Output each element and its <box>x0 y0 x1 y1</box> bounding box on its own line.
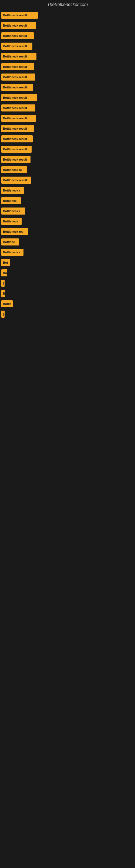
site-title: TheBottlenecker.com <box>0 0 135 8</box>
bar-row: Bottleneck r <box>1 207 135 215</box>
bar-label: Bottleneck result <box>3 86 27 89</box>
bottleneck-bar: Bottleneck result <box>1 63 34 70</box>
bar-label: Bottleneck result <box>3 13 27 17</box>
bar-row: Bottleneck result <box>1 114 135 123</box>
bar-row: Bot <box>1 258 135 267</box>
bottleneck-bar: Bottleneck result <box>1 135 33 143</box>
bar-label: Bottleneck result <box>3 44 27 48</box>
bar-row: Bottleneck r <box>1 186 135 195</box>
bar-label: Bottleneck re <box>3 168 22 172</box>
bar-label: Bottleneck result <box>3 179 27 182</box>
bar-row: B <box>1 289 135 298</box>
bar-label: Bottleneck r <box>3 251 20 254</box>
bottleneck-bar: | <box>1 311 5 318</box>
bottleneck-bar: Bottleneck r <box>1 249 24 256</box>
bar-row: | <box>1 310 135 318</box>
bar-row: Bottleneck result <box>1 104 135 112</box>
bottleneck-bar: Bottlene <box>1 239 19 246</box>
bar-row: | <box>1 279 135 287</box>
bar-row: Bottleneck <box>1 217 135 226</box>
bar-label: Bottleneck result <box>3 117 27 120</box>
bar-label: Bottleneck result <box>3 148 27 151</box>
bottleneck-bar: Bottleneck result <box>1 125 34 132</box>
bar-label: Bottleneck result <box>3 96 27 99</box>
bottleneck-bar: Bottleneck result <box>1 42 32 50</box>
bar-label: Bottleneck result <box>3 75 27 79</box>
bottleneck-bar: Bottleneck result <box>1 32 34 39</box>
bottleneck-bar: Bottleneck result <box>1 104 35 112</box>
bar-row: Bottleneck result <box>1 124 135 133</box>
bottleneck-bar: Bottleneck result <box>1 12 38 19</box>
bottleneck-bar: Bottleneck result <box>1 115 36 122</box>
bottleneck-bar: Bottleneck result <box>1 84 33 91</box>
bar-row: Bo <box>1 269 135 277</box>
bottleneck-bar: Bottleneck result <box>1 22 36 29</box>
bottleneck-bar: Bottleneck r <box>1 187 24 194</box>
bar-row: Bottleneck result <box>1 93 135 102</box>
bar-row: Bottleneck result <box>1 62 135 71</box>
bottleneck-bar: Bottleneck result <box>1 156 31 163</box>
bars-container: Bottleneck resultBottleneck resultBottle… <box>0 8 135 318</box>
bottleneck-bar: Bottleneck r <box>1 208 25 215</box>
bottleneck-bar: Bottle <box>1 300 13 307</box>
bottleneck-bar: Bottleneck result <box>1 94 37 101</box>
bar-label: Bo <box>3 271 7 275</box>
bar-label: Bot <box>3 261 8 264</box>
bar-label: Bottleneck result <box>3 106 27 110</box>
bar-row: Bottleneck result <box>1 11 135 20</box>
bar-row: Bottleneck res <box>1 227 135 236</box>
bar-label: Bottlenec <box>3 199 16 203</box>
bar-row: Bottleneck result <box>1 176 135 184</box>
bar-row: Bottleneck re <box>1 165 135 174</box>
bottleneck-bar: Bottleneck result <box>1 177 31 184</box>
bottleneck-bar: B <box>1 290 5 297</box>
bar-row: Bottleneck result <box>1 155 135 164</box>
bar-label: Bottleneck r <box>3 209 20 213</box>
bar-row: Bottle <box>1 300 135 308</box>
bottleneck-bar: Bottleneck re <box>1 166 27 173</box>
bar-row: Bottleneck result <box>1 83 135 92</box>
bar-label: Bottleneck result <box>3 24 27 27</box>
bar-label: Bottle <box>3 302 11 305</box>
bar-label: Bottleneck result <box>3 137 27 141</box>
bar-label: Bottleneck result <box>3 55 27 58</box>
bar-label: Bottleneck result <box>3 34 27 37</box>
bar-label: Bottleneck r <box>3 189 20 192</box>
bar-row: Bottleneck result <box>1 134 135 143</box>
bottleneck-bar: | <box>1 280 5 287</box>
bar-row: Bottleneck result <box>1 73 135 82</box>
bottleneck-bar: Bottleneck result <box>1 146 32 153</box>
bar-label: Bottleneck result <box>3 158 27 161</box>
bar-row: Bottleneck result <box>1 145 135 154</box>
bar-row: Bottleneck result <box>1 42 135 51</box>
bar-label: Bottleneck res <box>3 230 24 233</box>
bar-label: | <box>3 282 4 285</box>
bar-label: Bottleneck <box>3 220 18 223</box>
bar-row: Bottlenec <box>1 196 135 205</box>
bottleneck-bar: Bottleneck <box>1 218 21 225</box>
bar-label: | <box>3 312 4 316</box>
bar-label: Bottleneck result <box>3 127 27 130</box>
bottleneck-bar: Bottleneck res <box>1 228 28 235</box>
bar-row: Bottleneck result <box>1 21 135 30</box>
bar-row: Bottleneck result <box>1 52 135 61</box>
bar-label: Bottlene <box>3 240 15 244</box>
bar-label: Bottleneck result <box>3 65 27 68</box>
bar-row: Bottleneck result <box>1 31 135 40</box>
bar-label: B <box>3 292 5 295</box>
bar-row: Bottlene <box>1 238 135 246</box>
bar-row: Bottleneck r <box>1 248 135 257</box>
bottleneck-bar: Bottleneck result <box>1 73 35 81</box>
bottleneck-bar: Bottleneck result <box>1 53 37 60</box>
bottleneck-bar: Bottlenec <box>1 197 21 204</box>
bottleneck-bar: Bo <box>1 269 7 276</box>
bottleneck-bar: Bot <box>1 259 10 266</box>
